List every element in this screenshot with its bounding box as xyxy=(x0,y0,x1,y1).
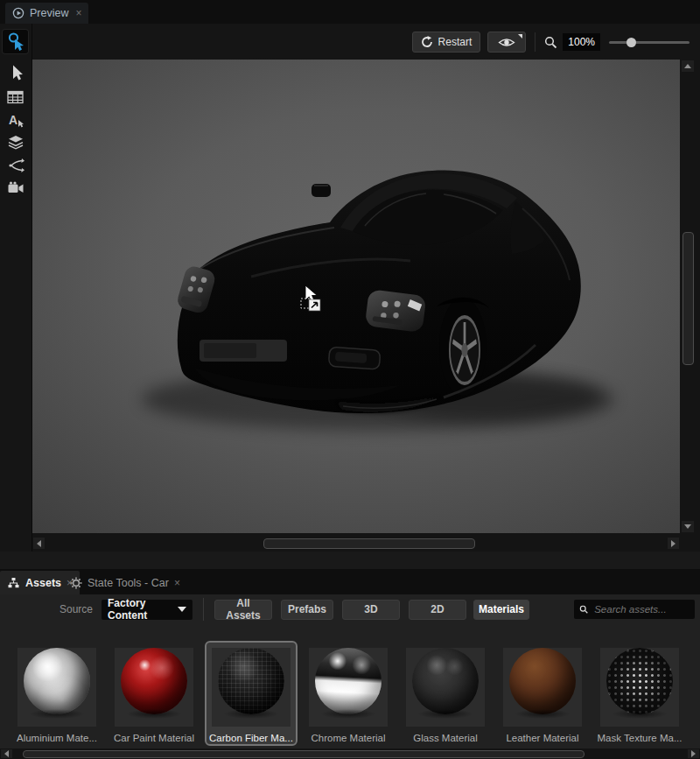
search-box[interactable] xyxy=(574,600,695,619)
search-icon xyxy=(579,604,588,615)
tab-preview-close-icon[interactable]: × xyxy=(75,7,81,19)
material-label: Aluminium Mate... xyxy=(12,733,102,743)
materials-row: Aluminium Mate... Car Paint Material Car… xyxy=(0,624,700,748)
material-thumbnail xyxy=(18,648,96,727)
scroll-down-icon[interactable] xyxy=(682,521,694,532)
visibility-button[interactable] xyxy=(487,32,526,53)
restart-label: Restart xyxy=(438,36,472,48)
material-item[interactable]: Aluminium Mate... xyxy=(10,641,103,746)
interact-tool-icon[interactable] xyxy=(3,30,28,53)
zoom-value[interactable]: 100% xyxy=(563,33,600,51)
source-dropdown[interactable]: Factory Content xyxy=(102,600,192,620)
top-tab-bar: Preview × xyxy=(0,0,700,24)
material-sphere-icon xyxy=(509,648,576,714)
filter-separator xyxy=(203,598,204,621)
material-item[interactable]: Glass Material xyxy=(399,641,492,746)
material-item[interactable]: Chrome Material xyxy=(302,641,395,746)
restart-button[interactable]: Restart xyxy=(412,32,481,53)
layers-icon[interactable] xyxy=(3,130,28,154)
source-value: Factory Content xyxy=(108,597,178,622)
vscroll-thumb[interactable] xyxy=(682,232,694,365)
toolbar-separator xyxy=(535,32,536,52)
tab-assets-label: Assets xyxy=(25,577,61,589)
zoom-slider-handle[interactable] xyxy=(626,38,636,47)
magnifier-icon xyxy=(544,36,557,49)
left-toolbar: A xyxy=(0,24,32,552)
filter-2d[interactable]: 2D xyxy=(409,600,466,620)
filter-prefabs[interactable]: Prefabs xyxy=(281,600,333,620)
filter-all-assets[interactable]: All Assets xyxy=(214,600,272,620)
filter-materials[interactable]: Materials xyxy=(473,600,529,620)
play-circle-icon xyxy=(12,7,24,19)
material-thumbnail xyxy=(309,648,388,727)
material-sphere-icon xyxy=(315,648,382,714)
tab-preview-label: Preview xyxy=(30,7,68,19)
material-sphere-icon xyxy=(218,648,284,714)
assets-hscrollbar[interactable] xyxy=(0,748,700,759)
material-thumbnail xyxy=(600,648,679,727)
scroll-left-icon[interactable] xyxy=(33,538,45,549)
assets-scroll-right-icon[interactable] xyxy=(688,749,699,758)
eye-icon xyxy=(498,37,515,48)
material-thumbnail xyxy=(115,648,193,727)
app-window: Preview × A xyxy=(0,0,700,759)
zoom-slider[interactable] xyxy=(609,32,690,53)
material-item[interactable]: Carbon Fiber Ma... xyxy=(205,641,298,746)
viewport-3d[interactable] xyxy=(32,60,680,533)
material-label: Carbon Fiber Ma... xyxy=(206,733,296,743)
material-sphere-icon xyxy=(121,648,187,714)
annotation-icon[interactable]: A xyxy=(3,108,28,131)
zoom-slider-track xyxy=(609,41,690,44)
material-label: Chrome Material xyxy=(304,733,393,743)
material-label: Leather Material xyxy=(498,733,587,743)
source-label: Source xyxy=(60,603,93,615)
select-tool-icon[interactable] xyxy=(3,60,28,84)
camera-icon[interactable] xyxy=(3,176,28,200)
svg-text:A: A xyxy=(9,113,18,127)
material-sphere-icon xyxy=(606,648,673,714)
material-thumbnail xyxy=(503,648,582,727)
material-item[interactable]: Mask Texture Ma... xyxy=(593,641,686,746)
material-thumbnail xyxy=(212,648,290,727)
gear-icon xyxy=(70,577,82,589)
assets-scroll-left-icon[interactable] xyxy=(1,749,12,758)
scroll-up-icon[interactable] xyxy=(682,60,694,72)
tab-state-tools-close-icon[interactable]: × xyxy=(174,577,180,589)
material-item[interactable]: Car Paint Material xyxy=(108,641,200,746)
material-label: Glass Material xyxy=(401,733,490,743)
tab-state-tools-label: State Tools - Car xyxy=(88,577,169,589)
material-sphere-icon xyxy=(412,648,479,714)
connections-icon[interactable] xyxy=(3,153,28,177)
assets-filter-row: Source Factory Content All Assets Prefab… xyxy=(0,594,700,624)
viewport-hscrollbar[interactable] xyxy=(32,537,680,550)
chevron-down-icon xyxy=(178,607,186,612)
tab-preview[interactable]: Preview × xyxy=(5,3,88,24)
assets-panel: Assets × State Tools - Car × Source xyxy=(0,552,700,759)
assets-tree-icon xyxy=(7,577,20,589)
material-item[interactable]: Leather Material xyxy=(496,641,589,746)
material-thumbnail xyxy=(406,648,485,727)
bottom-tab-bar: Assets × State Tools - Car × xyxy=(0,569,700,594)
material-label: Car Paint Material xyxy=(109,733,199,743)
restart-icon xyxy=(421,36,433,48)
viewport-vscrollbar[interactable] xyxy=(681,60,695,533)
filter-3d[interactable]: 3D xyxy=(342,600,400,620)
viewport-toolbar: Restart 100% xyxy=(32,24,700,60)
dropdown-corner-icon xyxy=(518,34,522,39)
scroll-right-icon[interactable] xyxy=(668,538,679,549)
material-label: Mask Texture Ma... xyxy=(595,733,684,743)
car-render xyxy=(32,60,680,533)
material-sphere-icon xyxy=(24,648,90,714)
search-input[interactable] xyxy=(592,603,690,615)
tab-state-tools[interactable]: State Tools - Car × xyxy=(63,571,187,594)
table-icon[interactable] xyxy=(3,85,28,109)
assets-hscroll-thumb[interactable] xyxy=(23,750,584,758)
drag-drop-cursor-icon xyxy=(295,276,332,321)
hscroll-thumb[interactable] xyxy=(263,538,475,549)
